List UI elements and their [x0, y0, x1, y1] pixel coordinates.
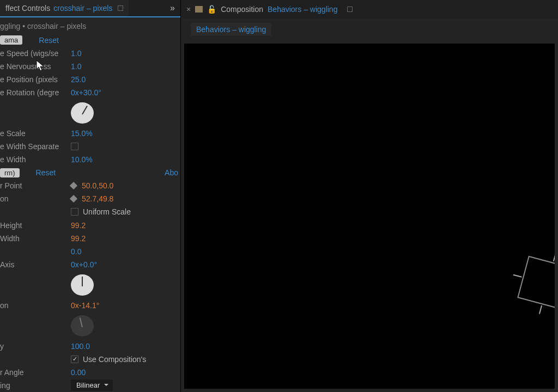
effect-controls-tab[interactable]: ffect Controls crosshair – pixels [0, 0, 129, 16]
prop-scale-height: Height 99.2 [0, 218, 180, 231]
keyframe-diamond-icon[interactable] [70, 195, 77, 203]
prop-skew-axis: Axis 0x+0.0° [0, 258, 180, 271]
effect-header-wigglerama[interactable]: ama Reset [0, 34, 180, 47]
composition-subtab[interactable]: Behaviors – wiggling [191, 23, 271, 36]
breadcrumb: ggling • crosshair – pixels [0, 17, 180, 34]
prop-opacity: y 100.0 [0, 340, 180, 353]
composition-tab-bar: × 🔓 Composition Behaviors – wiggling [181, 0, 558, 19]
keyframe-diamond-icon[interactable] [70, 182, 77, 189]
composition-subtab-row: Behaviors – wiggling [181, 19, 558, 40]
checkbox-width-separate[interactable] [71, 143, 78, 150]
prop-scale-width: Width 99.2 [0, 232, 180, 245]
composition-name-link[interactable]: Behaviors – wiggling [268, 5, 337, 14]
prop-wiggle-width-separate: e Width Separate [0, 140, 180, 153]
prop-label: e Rotation (degre [0, 88, 71, 97]
crosshair-layer[interactable] [517, 256, 555, 311]
prop-value[interactable]: 1.0 [71, 62, 81, 71]
effect-header-transform[interactable]: rm) Reset Abo [0, 166, 180, 179]
prop-rotation: on 0x-14.1° [0, 299, 180, 312]
prop-label: y [0, 342, 71, 351]
prop-label: e Width [0, 155, 71, 164]
prop-label: Height [0, 221, 71, 230]
prop-wiggle-width: e Width 10.0% [0, 153, 180, 166]
prop-value[interactable]: 0.0 [71, 247, 81, 256]
effect-name-transform: rm) [0, 168, 20, 177]
prop-value[interactable]: 15.0% [71, 129, 93, 138]
prop-label: Axis [0, 260, 71, 269]
prop-label: e Position (pixels [0, 75, 71, 84]
prop-sub-label: Use Composition's [83, 355, 146, 364]
rotation-dial[interactable] [71, 102, 94, 124]
prop-label: e Nervousness [0, 62, 71, 71]
effect-controls-layer-link[interactable]: crosshair – pixels [53, 4, 112, 13]
reset-link[interactable]: Reset [39, 36, 59, 45]
prop-label: r Angle [0, 368, 71, 377]
checkbox-use-composition[interactable]: ✓ [71, 356, 78, 363]
prop-label: e Width Separate [0, 142, 71, 151]
prop-shutter-angle: r Angle 0.00 [0, 366, 180, 379]
prop-label: e Speed (wigs/se [0, 49, 71, 58]
skew-axis-dial[interactable] [71, 274, 94, 296]
prop-value[interactable]: 0x+0.0° [71, 260, 97, 269]
prop-value[interactable]: 1.0 [71, 49, 81, 58]
prop-value[interactable]: 100.0 [71, 342, 90, 351]
lock-icon[interactable]: 🔓 [207, 5, 216, 14]
prop-sampling: ing Bilinear [0, 379, 180, 392]
effect-controls-label: ffect Controls [5, 4, 50, 13]
close-panel-icon[interactable] [118, 5, 123, 11]
prop-use-composition-shutter: ✓ Use Composition's [0, 353, 180, 366]
prop-value[interactable]: 10.0% [71, 155, 93, 164]
composition-viewer[interactable] [184, 44, 555, 389]
composition-thumb-icon [195, 6, 203, 13]
panel-expand-icon[interactable]: » [170, 3, 175, 13]
prop-value[interactable]: 0.00 [71, 368, 86, 377]
prop-label: ing [0, 381, 71, 390]
prop-wiggle-position: e Position (pixels 25.0 [0, 73, 180, 86]
prop-wiggle-nervousness: e Nervousness 1.0 [0, 60, 180, 73]
checkbox-uniform-scale[interactable] [71, 208, 78, 216]
prop-wiggle-rotation: e Rotation (degre 0x+30.0° [0, 86, 180, 99]
effect-controls-tab-bar: ffect Controls crosshair – pixels » [0, 0, 180, 17]
prop-label: e Scale [0, 129, 71, 138]
effect-name-wigglerama: ama [0, 35, 22, 45]
close-panel-icon[interactable] [347, 7, 353, 12]
prop-uniform-scale: Uniform Scale [0, 205, 180, 218]
prop-position: on 52.7,49.8 [0, 192, 180, 205]
reset-link[interactable]: Reset [36, 168, 56, 177]
prop-skew: 0.0 [0, 245, 180, 258]
prop-label: r Point [0, 181, 71, 190]
prop-value[interactable]: 99.2 [71, 234, 86, 243]
prop-sub-label: Uniform Scale [83, 207, 131, 216]
prop-wiggle-scale: e Scale 15.0% [0, 127, 180, 140]
prop-value[interactable]: 52.7,49.8 [82, 194, 113, 203]
prop-wiggle-speed: e Speed (wigs/se 1.0 [0, 47, 180, 60]
prop-label: Width [0, 234, 71, 243]
prop-anchor-point: r Point 50.0,50.0 [0, 179, 180, 192]
prop-value[interactable]: 0x+30.0° [71, 88, 101, 97]
prop-value[interactable]: 99.2 [71, 221, 86, 230]
sampling-dropdown[interactable]: Bilinear [71, 379, 113, 391]
prop-label: on [0, 194, 71, 203]
prop-value[interactable]: 50.0,50.0 [82, 181, 113, 190]
prop-value[interactable]: 0x-14.1° [71, 301, 99, 310]
about-link[interactable]: Abo [165, 168, 178, 177]
composition-tab-label: Composition [221, 5, 263, 14]
rotation-dial-dark[interactable] [71, 315, 94, 336]
prop-value[interactable]: 25.0 [71, 75, 86, 84]
prop-label: on [0, 301, 71, 310]
